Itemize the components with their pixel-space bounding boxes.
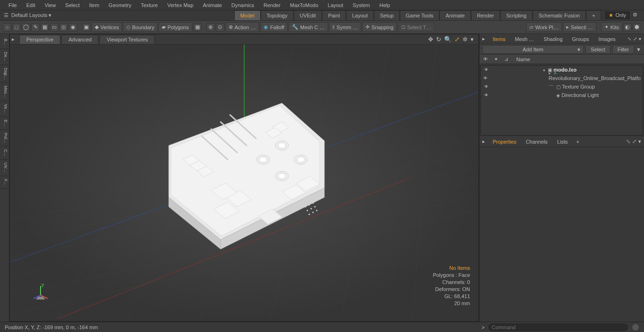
ptab-lists[interactable]: Lists	[553, 138, 573, 146]
vtab-textures[interactable]: Viewport Textures	[99, 35, 155, 44]
action-dropdown[interactable]: ⊕Action…	[225, 22, 260, 32]
items-mode-icon[interactable]: ▣	[82, 23, 91, 32]
vertices-mode-button[interactable]: ◆Vertices	[91, 22, 122, 32]
tab-setup[interactable]: Setup	[374, 10, 400, 20]
tab-paint[interactable]: Paint	[322, 10, 346, 20]
props-collapse-icon[interactable]: ⤢	[632, 138, 636, 145]
command-input[interactable]	[487, 323, 629, 332]
tab-animate[interactable]: Animate	[439, 10, 471, 20]
rtab-images[interactable]: Images	[594, 35, 620, 43]
tab-model[interactable]: Model	[234, 10, 261, 20]
only-toggle[interactable]: Only	[605, 11, 630, 19]
tree-row-light[interactable]: 👁 ◈ Directional Light	[481, 91, 643, 99]
symm-dropdown[interactable]: ⦀Symm …	[329, 22, 361, 32]
vtab-advanced[interactable]: Advanced	[61, 35, 99, 44]
boundary-mode-button[interactable]: ◇Boundary	[123, 22, 157, 32]
sidetool-4[interactable]: Ve…	[0, 101, 9, 117]
polygons-mode-button[interactable]: ▰Polygons	[158, 22, 192, 32]
props-menu-icon[interactable]: ▸	[479, 138, 488, 145]
sidetool-3[interactable]: Mes…	[0, 83, 9, 101]
filter-funnel-icon[interactable]: ▼	[636, 47, 641, 52]
kits-button[interactable]: ✦Kits	[601, 22, 622, 32]
menu-maxtomodo[interactable]: MaxToModo	[285, 0, 323, 10]
record-icon[interactable]	[632, 324, 639, 331]
tool-circle-icon[interactable]: ○	[3, 23, 11, 32]
tab-uvedit[interactable]: UVEdit	[294, 10, 322, 20]
menu-view[interactable]: View	[40, 0, 61, 10]
rp-expand-icon[interactable]: ⤡	[627, 36, 631, 41]
vtab-perspective[interactable]: Perspective	[19, 35, 60, 44]
workplane-dropdown[interactable]: ▱Work Pl…	[526, 22, 561, 32]
tool-grid-icon[interactable]: ▦	[41, 23, 49, 32]
rtab-items[interactable]: Items	[488, 35, 510, 43]
falloff-dropdown[interactable]: ◉Falloff	[260, 22, 288, 32]
vp-maximize-icon[interactable]: ⤢	[454, 36, 460, 43]
filter-button[interactable]: Filter	[612, 45, 634, 54]
props-close-icon[interactable]: ▾	[638, 138, 641, 145]
sidetool-0[interactable]: B…	[0, 36, 9, 49]
3d-viewport[interactable]: y No Items Polygons : Face Channels: 0 D…	[10, 45, 479, 321]
col-visibility-icon[interactable]: 👁	[481, 57, 490, 62]
rtab-mesh[interactable]: Mesh …	[510, 35, 539, 43]
tree-row-mesh[interactable]: 👁 ▸⋏ Revolutionary_Online_Broadcast_Plat…	[481, 74, 643, 82]
pivot-icon[interactable]: ⊕	[206, 23, 215, 32]
vp-zoom-icon[interactable]: 🔍	[444, 36, 452, 43]
sidetool-8[interactable]: UV…	[0, 160, 9, 176]
menu-animate[interactable]: Animate	[198, 0, 226, 10]
menu-geometry[interactable]: Geometry	[104, 0, 136, 10]
ptab-channels[interactable]: Channels	[521, 138, 552, 146]
gear-icon[interactable]: ⚙	[633, 12, 640, 19]
tool-select-icon[interactable]: ▭	[50, 23, 58, 32]
rp-menu-icon[interactable]: ▸	[479, 36, 488, 42]
vp-rotate-icon[interactable]: ↻	[436, 36, 441, 43]
center-icon[interactable]: ⊙	[216, 23, 224, 32]
engine1-icon[interactable]: ◐	[623, 23, 632, 32]
menu-layout[interactable]: Layout	[323, 0, 348, 10]
sidetool-6[interactable]: Pol…	[0, 130, 9, 146]
tab-layout[interactable]: Layout	[346, 10, 374, 20]
menu-dynamics[interactable]: Dynamics	[227, 0, 259, 10]
tool-paint-icon[interactable]: ✎	[31, 23, 40, 32]
col-lock-icon[interactable]: ✦	[492, 57, 500, 62]
add-item-dropdown[interactable]: Add Item	[482, 45, 584, 54]
menu-render[interactable]: Render	[259, 0, 285, 10]
selectt-dropdown[interactable]: ⊡Select T…	[398, 22, 435, 32]
rtab-groups[interactable]: Groups	[567, 35, 594, 43]
menu-texture[interactable]: Texture	[136, 0, 163, 10]
materials-icon[interactable]: ▦	[193, 23, 202, 32]
default-layouts-dropdown[interactable]: Default Layouts ▾	[11, 12, 52, 18]
menu-edit[interactable]: Edit	[22, 0, 40, 10]
sidetool-2[interactable]: Dup…	[0, 65, 9, 83]
tab-schematicfusion[interactable]: Schematic Fusion	[533, 10, 586, 20]
sidetool-7[interactable]: C…	[0, 146, 9, 160]
tool-lasso-icon[interactable]: ◯	[22, 23, 30, 32]
rp-collapse-icon[interactable]: ⤢	[633, 36, 637, 41]
sidetool-9[interactable]: F…	[0, 176, 9, 189]
viewport-menu-icon[interactable]: ▸	[12, 36, 15, 42]
meshc-dropdown[interactable]: 🔧Mesh C …	[289, 22, 328, 32]
tab-add[interactable]: +	[586, 10, 601, 20]
menu-file[interactable]: File	[4, 0, 22, 10]
vp-options-icon[interactable]: ✲	[462, 36, 468, 43]
sidetool-1[interactable]: De…	[0, 49, 9, 65]
rp-close-icon[interactable]: ▾	[639, 36, 641, 41]
menu-system[interactable]: System	[348, 0, 375, 10]
eye-icon[interactable]: 👁	[483, 84, 489, 89]
rtab-shading[interactable]: Shading	[539, 35, 567, 43]
tab-scripting[interactable]: Scripting	[500, 10, 533, 20]
engine2-icon[interactable]: ⬢	[633, 23, 641, 32]
tab-topology[interactable]: Topology	[261, 10, 294, 20]
col-color-icon[interactable]: ⊿	[502, 57, 511, 62]
ptab-properties[interactable]: Properties	[488, 138, 521, 146]
menu-item[interactable]: Item	[84, 0, 104, 10]
axis-gizmo-icon[interactable]: y	[31, 283, 50, 302]
eye-icon[interactable]: 👁	[483, 76, 488, 81]
sidetool-5[interactable]: E…	[0, 117, 9, 130]
menu-help[interactable]: Help	[375, 0, 395, 10]
vp-dropdown-icon[interactable]: ▾	[471, 36, 474, 43]
tool-rect-icon[interactable]: □	[12, 23, 21, 32]
tab-gametools[interactable]: Game Tools	[400, 10, 440, 20]
eye-icon[interactable]: 👁	[483, 93, 489, 97]
ptab-add[interactable]: +	[572, 138, 583, 146]
selection-dropdown[interactable]: ▸Selecti …	[563, 22, 596, 32]
